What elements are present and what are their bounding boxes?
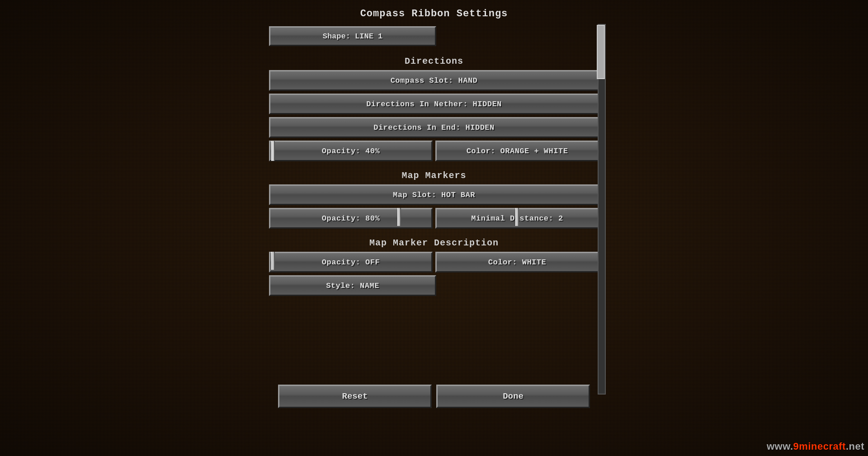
map-marker-desc-color-label: Color: WHITE — [488, 258, 546, 267]
directions-opacity-color-row: Opacity: 40% Color: ORANGE + WHITE — [269, 141, 599, 161]
compass-slot-label: Compass Slot: HAND — [391, 76, 478, 85]
map-marker-desc-opacity-color-row: Opacity: OFF Color: WHITE — [269, 252, 599, 273]
scrollbar-thumb[interactable] — [597, 25, 605, 79]
map-marker-desc-opacity-slider-handle[interactable] — [271, 252, 275, 270]
map-slot-label: Map Slot: HOT BAR — [393, 191, 475, 199]
minimal-distance-slider-handle[interactable] — [515, 208, 519, 226]
content-area: Shape: LINE 1 Directions Compass Slot: H… — [269, 24, 599, 301]
shape-button-label: Shape: LINE 1 — [323, 32, 383, 41]
map-markers-opacity-distance-row: Opacity: 80% Minimal Distance: 2 — [269, 208, 599, 229]
directions-opacity-button[interactable]: Opacity: 40% — [269, 141, 433, 161]
map-markers-opacity-button[interactable]: Opacity: 80% — [269, 208, 433, 229]
map-marker-desc-opacity-label: Opacity: OFF — [322, 258, 380, 267]
watermark-prefix: www. — [767, 441, 793, 452]
directions-end-label: Directions In End: HIDDEN — [373, 123, 495, 132]
directions-section-header: Directions — [269, 56, 599, 66]
directions-end-button[interactable]: Directions In End: HIDDEN — [269, 117, 599, 138]
map-marker-desc-color-button[interactable]: Color: WHITE — [435, 252, 599, 273]
directions-opacity-label: Opacity: 40% — [322, 147, 380, 155]
scrollbar-track[interactable] — [598, 24, 606, 395]
watermark-suffix: .net — [846, 441, 864, 452]
map-slot-button[interactable]: Map Slot: HOT BAR — [269, 184, 599, 205]
map-marker-desc-opacity-button[interactable]: Opacity: OFF — [269, 252, 433, 273]
directions-nether-button[interactable]: Directions In Nether: HIDDEN — [269, 94, 599, 114]
page-title: Compass Ribbon Settings — [262, 8, 606, 19]
directions-color-label: Color: ORANGE + WHITE — [467, 147, 568, 155]
watermark-brand: 9minecraft — [793, 441, 846, 452]
reset-label: Reset — [342, 391, 368, 401]
compass-slot-button[interactable]: Compass Slot: HAND — [269, 70, 599, 91]
style-button[interactable]: Style: NAME — [269, 275, 436, 296]
map-markers-opacity-label: Opacity: 80% — [322, 214, 380, 223]
map-markers-section-header: Map Markers — [269, 170, 599, 181]
done-button[interactable]: Done — [436, 385, 590, 408]
watermark: www.9minecraft.net — [767, 441, 864, 452]
shape-button[interactable]: Shape: LINE 1 — [269, 26, 436, 46]
scroll-area: Shape: LINE 1 Directions Compass Slot: H… — [262, 24, 606, 417]
map-markers-opacity-slider-handle[interactable] — [397, 208, 401, 226]
settings-container: Compass Ribbon Settings Shape: LINE 1 Di… — [262, 0, 606, 417]
directions-nether-label: Directions In Nether: HIDDEN — [366, 100, 502, 108]
map-marker-description-section-header: Map Marker Description — [269, 238, 599, 248]
style-label: Style: NAME — [326, 282, 379, 290]
minimal-distance-button[interactable]: Minimal Distance: 2 — [435, 208, 599, 229]
reset-button[interactable]: Reset — [278, 385, 432, 408]
done-label: Done — [503, 391, 524, 401]
directions-opacity-slider-handle[interactable] — [271, 141, 275, 161]
bottom-buttons: Reset Done — [262, 385, 606, 408]
directions-color-button[interactable]: Color: ORANGE + WHITE — [435, 141, 599, 161]
